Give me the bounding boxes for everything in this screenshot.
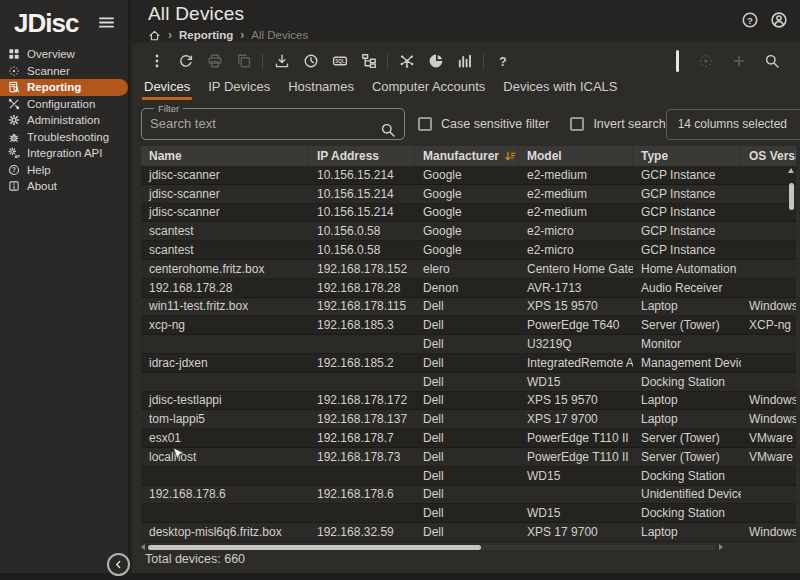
table-cell: 192.168.185.3 xyxy=(309,316,415,334)
table-row[interactable]: scantest10.156.0.58Googlee2-microGCP Ins… xyxy=(141,222,796,241)
collapse-sidebar-button[interactable] xyxy=(107,553,130,576)
table-cell: Windows xyxy=(741,298,796,316)
filter-legend: Filter xyxy=(154,103,183,114)
table-cell: Dell xyxy=(415,523,519,541)
table-row[interactable]: 192.168.178.6192.168.178.6DellUnidentifi… xyxy=(141,486,796,505)
sidebar-item-reporting[interactable]: Reporting xyxy=(0,79,128,96)
sidebar-item-troubleshooting[interactable]: Troubleshooting xyxy=(0,129,128,146)
toolbar: SQL? xyxy=(142,48,800,74)
table-cell xyxy=(741,279,796,297)
bug-icon xyxy=(8,131,20,143)
table-row[interactable]: DellWD15Docking Station xyxy=(141,504,796,523)
columns-select-dropdown[interactable]: 14 columns selected xyxy=(666,109,800,140)
devices-table: NameIP AddressManufacturerModelTypeOS Ve… xyxy=(141,146,796,542)
table-cell: 10.156.15.214 xyxy=(309,166,415,184)
horizontal-scrollbar[interactable] xyxy=(141,544,723,552)
sidebar-item-label: About xyxy=(27,180,57,192)
table-row[interactable]: jdisc-testlappi192.168.178.172DellXPS 15… xyxy=(141,392,796,411)
table-cell: esx01 xyxy=(141,429,309,447)
sidebar-item-overview[interactable]: Overview xyxy=(0,46,128,63)
download-button[interactable] xyxy=(267,49,296,73)
table-row[interactable]: DellWD15Docking Station xyxy=(141,467,796,486)
table-row[interactable]: DellWD15Docking Station xyxy=(141,373,796,392)
column-header-manufacturer[interactable]: Manufacturer xyxy=(415,146,519,166)
network-button[interactable] xyxy=(392,49,421,73)
printer-button[interactable] xyxy=(200,49,229,73)
gear-icon xyxy=(8,114,20,126)
case-sensitive-checkbox[interactable]: Case sensitive filter xyxy=(418,117,549,131)
pie-chart-icon xyxy=(428,53,444,69)
column-header-model[interactable]: Model xyxy=(519,146,633,166)
svg-text:?: ? xyxy=(747,15,753,26)
splitter-handle[interactable] xyxy=(676,50,679,72)
column-header-os-version[interactable]: OS Version xyxy=(741,146,796,166)
scroll-right-arrow[interactable] xyxy=(719,544,723,550)
home-icon[interactable] xyxy=(148,29,161,42)
table-cell: GCP Instance xyxy=(633,241,741,259)
horizontal-scrollbar-thumb[interactable] xyxy=(148,545,481,550)
hamburger-menu-button[interactable] xyxy=(97,13,116,35)
clock-button[interactable] xyxy=(296,49,325,73)
tab-hostnames[interactable]: Hostnames xyxy=(286,79,356,100)
sidebar-item-integration-api[interactable]: APIIntegration API xyxy=(0,145,128,162)
table-cell: Denon xyxy=(415,279,519,297)
sidebar-item-administration[interactable]: Administration xyxy=(0,112,128,129)
account-icon[interactable] xyxy=(770,11,788,29)
table-row[interactable]: jdisc-scanner10.156.15.214Googlee2-mediu… xyxy=(141,166,796,185)
table-row[interactable]: tom-lappi5192.168.178.137DellXPS 17 9700… xyxy=(141,410,796,429)
kebab-button[interactable] xyxy=(142,49,171,73)
table-cell: 10.156.0.58 xyxy=(309,222,415,240)
sidebar-item-configuration[interactable]: Configuration xyxy=(0,96,128,113)
svg-text:?: ? xyxy=(12,166,16,173)
scroll-up-arrow[interactable] xyxy=(788,168,794,173)
table-cell: PowerEdge T640 xyxy=(519,316,633,334)
tab-computer-accounts[interactable]: Computer Accounts xyxy=(370,79,487,100)
invert-search-checkbox[interactable]: Invert search xyxy=(570,117,665,131)
column-header-name[interactable]: Name xyxy=(141,146,309,166)
magnifier-button[interactable] xyxy=(757,49,786,73)
tab-devices-with-icals[interactable]: Devices with ICALS xyxy=(501,79,619,100)
scroll-left-arrow[interactable] xyxy=(141,544,145,550)
table-cell xyxy=(741,260,796,278)
table-row[interactable]: localhost192.168.178.73DellPowerEdge T11… xyxy=(141,448,796,467)
table-row[interactable]: scantest10.156.0.58Googlee2-microGCP Ins… xyxy=(141,241,796,260)
pie-chart-button[interactable] xyxy=(421,49,450,73)
plus-button[interactable] xyxy=(724,49,753,73)
table-row[interactable]: esx01192.168.178.7DellPowerEdge T110 IIS… xyxy=(141,429,796,448)
column-header-label: Type xyxy=(641,149,668,163)
search-input[interactable] xyxy=(150,116,396,131)
table-cell: Google xyxy=(415,166,519,184)
sql-button[interactable]: SQL xyxy=(325,49,354,73)
table-cell: PowerEdge T110 II xyxy=(519,429,633,447)
table-row[interactable]: idrac-jdxen192.168.185.2DellIntegratedRe… xyxy=(141,354,796,373)
table-row[interactable]: xcp-ng192.168.185.3DellPowerEdge T640Ser… xyxy=(141,316,796,335)
vertical-scrollbar-thumb[interactable] xyxy=(789,183,794,210)
refresh-button[interactable] xyxy=(171,49,200,73)
printer-icon xyxy=(207,53,223,69)
svg-text:?: ? xyxy=(499,55,506,69)
tree-button[interactable] xyxy=(354,49,383,73)
crosshair-button[interactable] xyxy=(691,49,720,73)
table-row[interactable]: desktop-misl6q6.fritz.box192.168.32.59De… xyxy=(141,523,796,542)
sidebar-item-about[interactable]: About xyxy=(0,178,128,195)
question-button[interactable]: ? xyxy=(488,49,517,73)
sidebar-item-scanner[interactable]: Scanner xyxy=(0,63,128,80)
column-header-ip-address[interactable]: IP Address xyxy=(309,146,415,166)
table-cell: VMware xyxy=(741,448,796,466)
copy-button[interactable] xyxy=(229,49,258,73)
tab-ip-devices[interactable]: IP Devices xyxy=(206,79,272,100)
help-circle-icon[interactable]: ? xyxy=(741,11,759,29)
table-row[interactable]: jdisc-scanner10.156.15.214Googlee2-mediu… xyxy=(141,185,796,204)
bar-chart-button[interactable] xyxy=(450,49,479,73)
tab-devices[interactable]: Devices xyxy=(142,79,192,100)
breadcrumb-reporting[interactable]: Reporting xyxy=(179,29,233,41)
sidebar-item-help[interactable]: ?Help xyxy=(0,162,128,179)
column-header-type[interactable]: Type xyxy=(633,146,741,166)
api-gear-icon: API xyxy=(8,147,20,159)
table-row[interactable]: win11-test.fritz.box192.168.178.115DellX… xyxy=(141,298,796,317)
table-row[interactable]: jdisc-scanner10.156.15.214Googlee2-mediu… xyxy=(141,204,796,223)
table-row[interactable]: centerohome.fritz.box192.168.178.152eler… xyxy=(141,260,796,279)
table-row[interactable]: DellU3219QMonitor xyxy=(141,335,796,354)
table-row[interactable]: 192.168.178.28192.168.178.28DenonAVR-171… xyxy=(141,279,796,298)
search-icon[interactable] xyxy=(380,122,396,138)
